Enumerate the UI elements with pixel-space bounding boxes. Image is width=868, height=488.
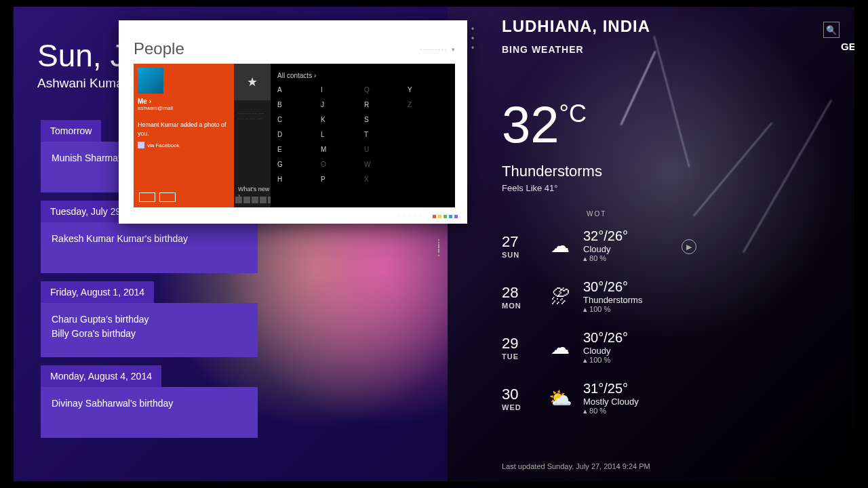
whats-new-thumbs bbox=[235, 197, 276, 203]
alpha-letter[interactable]: X bbox=[364, 176, 391, 189]
calendar-event[interactable]: Rakesh Kumar Kumar's birthday bbox=[41, 222, 258, 273]
weather-condition: Thunderstorms bbox=[502, 163, 602, 180]
forecast-precip: ▴ 80 % bbox=[583, 407, 639, 415]
star-icon[interactable]: ★ bbox=[234, 64, 271, 100]
alpha-letter[interactable]: S bbox=[364, 116, 391, 129]
forecast-lo: /26° bbox=[604, 330, 628, 345]
forecast-hi: 31° bbox=[583, 381, 604, 396]
window-menu-icon[interactable]: • • • bbox=[471, 24, 476, 53]
forecast-daynum: 30 bbox=[502, 386, 537, 403]
me-activity: Hemant Kumar added a photo of you. bbox=[138, 121, 230, 138]
weather-feels-like: Feels Like 41° bbox=[502, 183, 558, 193]
weather-last-updated: Last updated Sunday, July 27, 2014 9:24 … bbox=[502, 462, 650, 470]
forecast-dayname: SUN bbox=[502, 251, 537, 259]
me-action-buttons[interactable] bbox=[139, 192, 176, 202]
forecast-forward-button[interactable]: ▶ bbox=[682, 239, 696, 254]
alpha-letter[interactable]: D bbox=[277, 131, 304, 144]
forecast-cond: Thunderstorms bbox=[583, 295, 642, 305]
footer-label: · · · · · · bbox=[399, 214, 428, 218]
forecast-row[interactable]: 30WED ⛅ 31°/25°Mostly Cloudy▴ 80 % bbox=[502, 373, 732, 424]
alpha-letter[interactable]: U bbox=[364, 146, 391, 159]
forecast-daynum: 27 bbox=[502, 233, 537, 251]
alpha-letter[interactable]: L bbox=[321, 131, 348, 144]
forecast-lo: /26° bbox=[604, 228, 628, 243]
forecast-list: 27SUN ☁ 32°/26°Cloudy▴ 80 % 28MON ⛈ 30°/… bbox=[502, 220, 732, 424]
alpha-letter[interactable]: C bbox=[277, 116, 304, 129]
forecast-cond: Mostly Cloudy bbox=[583, 396, 639, 407]
temp-unit: °C bbox=[559, 100, 587, 127]
forecast-precip: ▴ 100 % bbox=[583, 356, 628, 365]
storm-icon: ⛈ bbox=[537, 285, 583, 308]
forecast-daynum: 29 bbox=[502, 335, 537, 352]
people-sort-menu[interactable]: ·········▾ bbox=[420, 46, 456, 53]
alpha-letter[interactable]: I bbox=[321, 86, 348, 100]
weather-city[interactable]: LUDHIANA, INDIA bbox=[502, 17, 650, 36]
alpha-letter[interactable]: T bbox=[364, 131, 391, 144]
search-icon[interactable]: 🔍 bbox=[823, 22, 840, 38]
alpha-letter[interactable]: B bbox=[277, 101, 304, 115]
weather-pane: LUDHIANA, INDIA BING WEATHER 32°C Thunde… bbox=[448, 7, 854, 481]
weather-provider: BING WEATHER bbox=[502, 44, 584, 55]
split-drag-handle[interactable]: ⋮⋮⋮ bbox=[434, 241, 445, 255]
partly-cloudy-icon: ⛅ bbox=[537, 387, 583, 409]
alpha-letter bbox=[408, 176, 435, 189]
alpha-letter[interactable]: P bbox=[321, 176, 348, 189]
me-via: via Facebook bbox=[138, 142, 230, 148]
alpha-letter bbox=[408, 161, 435, 174]
contacts-column: All contacts › AIQY BJRZ CKS DLT EMU GOW… bbox=[271, 64, 455, 207]
alpha-letter[interactable]: M bbox=[321, 146, 348, 159]
alpha-letter[interactable]: Y bbox=[408, 86, 435, 100]
alpha-letter[interactable]: Z bbox=[408, 101, 435, 115]
people-window[interactable]: • • • People ·········▾ Me › ashwani@mai… bbox=[119, 20, 467, 224]
forecast-lo: /25° bbox=[604, 381, 628, 396]
forecast-hi: 30° bbox=[583, 330, 604, 345]
forecast-cond: Cloudy bbox=[583, 244, 628, 254]
calendar-event-line: Charu Gupta's birthday bbox=[52, 312, 247, 327]
me-handle: ashwani@mail bbox=[138, 105, 230, 111]
alpha-letter[interactable]: O bbox=[321, 161, 348, 174]
forecast-precip: ▴ 80 % bbox=[583, 254, 628, 263]
avatar bbox=[138, 68, 163, 94]
forecast-hi: 30° bbox=[583, 279, 604, 294]
facebook-icon bbox=[138, 142, 144, 148]
cloud-icon: ☁ bbox=[537, 235, 583, 257]
calendar-event-line: Billy Gora's birthday bbox=[52, 327, 247, 341]
alpha-letter[interactable]: H bbox=[277, 176, 304, 189]
forecast-lo: /26° bbox=[604, 279, 628, 294]
next-pane-peek[interactable]: GE bbox=[841, 41, 854, 52]
alpha-letter[interactable]: J bbox=[321, 101, 348, 115]
forecast-row[interactable]: 27SUN ☁ 32°/26°Cloudy▴ 80 % bbox=[502, 220, 732, 271]
calendar-date-header[interactable]: Monday, August 4, 2014 bbox=[41, 365, 161, 387]
forecast-cond: Cloudy bbox=[583, 346, 628, 356]
all-contacts-link[interactable]: All contacts › bbox=[277, 72, 448, 79]
cloud-icon: ☁ bbox=[537, 336, 583, 359]
alpha-letter bbox=[408, 131, 435, 144]
forecast-hi: 32° bbox=[583, 228, 604, 243]
forecast-row[interactable]: 29TUE ☁ 30°/26°Cloudy▴ 100 % bbox=[502, 322, 732, 373]
calendar-date-header[interactable]: Tomorrow bbox=[41, 120, 101, 142]
alpha-letter[interactable]: G bbox=[277, 161, 304, 174]
forecast-dayname: WED bbox=[502, 403, 537, 411]
me-tile[interactable]: Me › ashwani@mail Hemant Kumar added a p… bbox=[134, 64, 234, 207]
forecast-daynum: 28 bbox=[502, 284, 537, 302]
alpha-letter[interactable]: A bbox=[277, 86, 304, 100]
alpha-letter[interactable]: K bbox=[321, 116, 348, 129]
calendar-event[interactable]: Charu Gupta's birthday Billy Gora's birt… bbox=[41, 303, 258, 357]
alpha-letter[interactable]: E bbox=[277, 146, 304, 159]
calendar-owner: Ashwani Kumar bbox=[37, 76, 127, 91]
favorites-column: ★ ······ ···· ····· ····· ····· ··· ····… bbox=[234, 64, 271, 207]
footer-swatches bbox=[433, 215, 458, 218]
alpha-letter[interactable]: R bbox=[364, 101, 391, 115]
alpha-letter bbox=[408, 116, 435, 129]
forecast-precip: ▴ 100 % bbox=[583, 305, 642, 314]
forecast-dayname: TUE bbox=[502, 352, 537, 361]
forecast-dayname: MON bbox=[502, 302, 537, 310]
weather-temperature: 32°C bbox=[502, 95, 587, 154]
people-title: People bbox=[134, 39, 184, 58]
calendar-event[interactable]: Divinay Sabharwal's birthday bbox=[41, 387, 258, 438]
forecast-row[interactable]: 28MON ⛈ 30°/26°Thunderstorms▴ 100 % bbox=[502, 271, 732, 322]
alpha-letter[interactable]: W bbox=[364, 161, 391, 174]
alpha-letter bbox=[408, 146, 435, 159]
alpha-letter[interactable]: Q bbox=[364, 86, 391, 100]
calendar-date-header[interactable]: Friday, August 1, 2014 bbox=[41, 281, 154, 303]
